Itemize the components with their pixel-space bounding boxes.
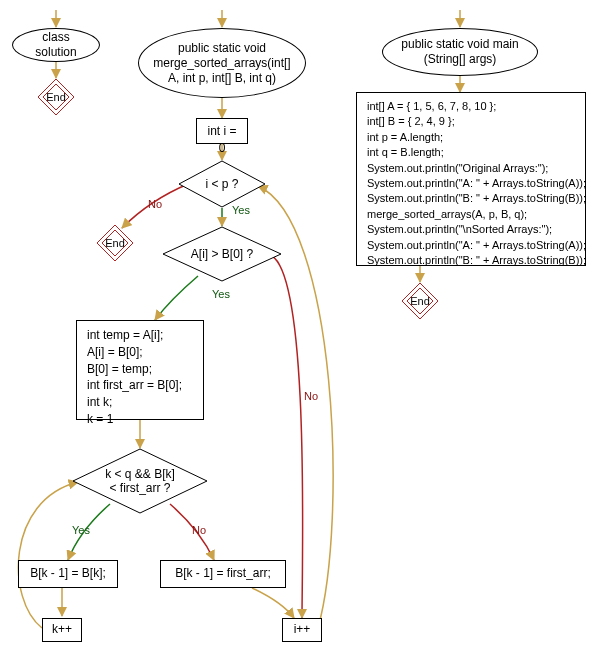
- edge-label-ip-yes: Yes: [232, 204, 250, 216]
- label-init-i: int i = 0: [207, 124, 236, 155]
- node-cond-kq: k < q && B[k] < first_arr ?: [72, 448, 208, 514]
- node-merge-sig: public static void merge_sorted_arrays(i…: [138, 28, 306, 98]
- node-assign-first: B[k - 1] = first_arr;: [160, 560, 286, 588]
- edge-label-ip-no: No: [148, 198, 162, 210]
- label-assign-bk: B[k - 1] = B[k];: [30, 566, 106, 580]
- edge-label-ab-no: No: [304, 390, 318, 402]
- label-cond-ab: A[i] > B[0] ?: [162, 226, 282, 282]
- node-main-body: int[] A = { 1, 5, 6, 7, 8, 10 }; int[] B…: [356, 92, 586, 266]
- node-kpp: k++: [42, 618, 82, 642]
- node-init-i: int i = 0: [196, 118, 248, 144]
- label-merge-sig: public static void merge_sorted_arrays(i…: [149, 41, 295, 86]
- label-class-solution: class solution: [23, 30, 89, 60]
- end-label-1: End: [37, 78, 75, 116]
- node-swap-block: int temp = A[i]; A[i] = B[0]; B[0] = tem…: [76, 320, 204, 420]
- node-end-1: End: [37, 78, 75, 116]
- label-cond-kq: k < q && B[k] < first_arr ?: [72, 448, 208, 514]
- label-cond-ip: i < p ?: [178, 160, 266, 208]
- node-end-2: End: [96, 224, 134, 262]
- node-assign-bk: B[k - 1] = B[k];: [18, 560, 118, 588]
- node-class-solution: class solution: [12, 28, 100, 62]
- node-main-sig: public static void main (String[] args): [382, 28, 538, 76]
- edge-label-kq-yes: Yes: [72, 524, 90, 536]
- node-ipp: i++: [282, 618, 322, 642]
- end-label-2: End: [96, 224, 134, 262]
- node-cond-ip: i < p ?: [178, 160, 266, 208]
- end-label-3: End: [401, 282, 439, 320]
- label-kpp: k++: [52, 622, 72, 636]
- label-assign-first: B[k - 1] = first_arr;: [175, 566, 271, 580]
- edge-label-ab-yes: Yes: [212, 288, 230, 300]
- label-main-sig: public static void main (String[] args): [393, 37, 527, 67]
- edge-label-kq-no: No: [192, 524, 206, 536]
- node-end-3: End: [401, 282, 439, 320]
- label-swap-block: int temp = A[i]; A[i] = B[0]; B[0] = tem…: [87, 328, 182, 426]
- flowchart-canvas: class solution End public static void me…: [0, 0, 592, 668]
- label-ipp: i++: [294, 622, 311, 636]
- label-main-body: int[] A = { 1, 5, 6, 7, 8, 10 }; int[] B…: [367, 100, 586, 266]
- node-cond-ab: A[i] > B[0] ?: [162, 226, 282, 282]
